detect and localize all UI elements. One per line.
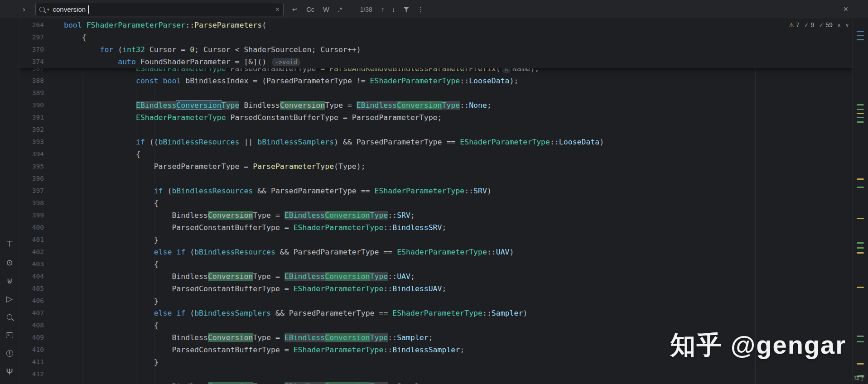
line-number[interactable]: 391 (19, 111, 64, 124)
stripe-mark-blue[interactable] (857, 39, 864, 40)
regex-toggle[interactable]: .* (338, 6, 342, 13)
close-search-icon[interactable]: × (843, 5, 848, 14)
resolved-count[interactable]: ✓ 59 (819, 21, 832, 29)
next-match-button[interactable]: ↓ (392, 5, 395, 13)
line-number[interactable]: 399 (19, 209, 64, 221)
code-line[interactable]: 400 ParsedConstantBufferType = EShaderPa… (19, 221, 853, 234)
match-case-toggle[interactable]: Cc (306, 6, 314, 13)
line-number[interactable]: 393 (19, 136, 64, 148)
code-line[interactable]: 388 const bool bBindlessIndex = (ParsedP… (19, 75, 853, 87)
code-line[interactable]: 393 if ((bBindlessResources || bBindless… (19, 136, 853, 148)
passed-count[interactable]: ✓ 9 (804, 21, 815, 29)
line-number[interactable]: 374 (19, 56, 64, 68)
line-number[interactable]: 403 (19, 258, 64, 270)
line-number[interactable]: 398 (19, 197, 64, 209)
stripe-mark-green[interactable] (857, 247, 864, 249)
sticky-line[interactable]: 374 auto FoundShaderParameter = [&]() ->… (19, 56, 853, 68)
stripe-mark-yellow[interactable] (857, 252, 864, 254)
line-number[interactable]: 392 (19, 124, 64, 136)
stripe-mark-green[interactable] (857, 117, 864, 118)
code-line[interactable]: 392 (19, 124, 853, 136)
search-icon[interactable] (4, 312, 15, 322)
line-number[interactable]: 370 (19, 43, 64, 56)
services-icon[interactable]: ⊎ (4, 275, 15, 286)
expand-replace-chevron-icon[interactable]: › (23, 5, 30, 14)
previous-problem-icon[interactable]: ∧ (837, 22, 841, 28)
line-number[interactable]: 402 (19, 246, 64, 258)
filter-icon[interactable] (403, 6, 409, 12)
code-line[interactable]: 390 EBindlessConversionType BindlessConv… (19, 99, 853, 111)
code-line[interactable]: 403 { (19, 258, 853, 270)
line-number[interactable]: 401 (19, 234, 64, 246)
line-number[interactable]: 397 (19, 185, 64, 197)
line-number[interactable]: 406 (19, 295, 64, 307)
newline-toggle[interactable]: ↵ (292, 6, 298, 13)
line-number[interactable]: 400 (19, 221, 64, 234)
code-line[interactable]: 402 else if (bBindlessResources && Parse… (19, 246, 853, 258)
line-number[interactable]: 412 (19, 368, 64, 380)
warnings-count[interactable]: ⚠ 7 (789, 21, 799, 29)
terminal-icon[interactable]: > (4, 330, 15, 341)
code-editor[interactable]: 387 EShaderParameterType ParsedParameter… (19, 19, 853, 384)
sticky-line[interactable]: 264bool FShaderParameterParser::ParsePar… (19, 19, 853, 31)
stripe-mark-green[interactable] (857, 187, 864, 188)
line-number[interactable]: 297 (19, 31, 64, 43)
line-number[interactable]: 396 (19, 173, 64, 185)
whole-words-toggle[interactable]: W (323, 6, 329, 13)
inspections-widget[interactable]: ⚠ 7 ✓ 9 ✓ 59 ∧ ∨ (789, 21, 849, 29)
code-line[interactable]: 396 (19, 173, 853, 185)
stripe-mark-yellow[interactable] (857, 287, 864, 288)
stripe-mark-green[interactable] (857, 109, 864, 110)
clear-search-icon[interactable]: × (275, 5, 280, 14)
sticky-line[interactable]: 370 for (int32 Cursor = 0; Cursor < Shad… (19, 43, 853, 56)
line-number[interactable]: 410 (19, 344, 64, 356)
search-query-text[interactable]: conversion (53, 5, 86, 13)
code-line[interactable]: 406 } (19, 295, 853, 307)
code-line[interactable]: 391 EShaderParameterType ParsedConstantB… (19, 111, 853, 124)
search-input[interactable]: ▾ conversion × (35, 3, 284, 16)
code-line[interactable]: 394 { (19, 148, 853, 160)
more-options-icon[interactable]: ⋮ (417, 5, 424, 14)
line-number[interactable]: 404 (19, 270, 64, 283)
problems-icon[interactable]: ! (4, 348, 15, 359)
code-line[interactable]: 407 else if (bBindlessSamplers && Parsed… (19, 307, 853, 319)
code-line[interactable]: 404 BindlessConversionType = EBindlessCo… (19, 270, 853, 283)
run-icon[interactable]: ▷ (4, 293, 15, 304)
stripe-mark-green[interactable] (857, 341, 864, 342)
line-number[interactable]: 409 (19, 331, 64, 344)
line-number[interactable]: 411 (19, 356, 64, 368)
code-line[interactable]: 389 (19, 87, 853, 99)
code-line[interactable]: 399 BindlessConversionType = EBindlessCo… (19, 209, 853, 221)
search-history-caret-icon[interactable]: ▾ (47, 7, 49, 12)
stripe-mark-blue[interactable] (857, 35, 864, 36)
previous-match-button[interactable]: ↑ (381, 5, 385, 13)
git-branch-icon[interactable]: Ψ (4, 366, 15, 377)
code-line[interactable]: 398 { (19, 197, 853, 209)
stripe-mark-yellow[interactable] (857, 178, 864, 180)
line-number[interactable]: 388 (19, 75, 64, 87)
code-line[interactable]: 413 BindlessConversionType = EBindlessCo… (19, 380, 853, 384)
code-line[interactable]: 405 ParsedConstantBufferType = EShaderPa… (19, 283, 853, 295)
code-line[interactable]: 395 ParsedParameterType = ParseParameter… (19, 160, 853, 173)
line-number[interactable]: 389 (19, 87, 64, 99)
stripe-mark-green[interactable] (857, 104, 864, 106)
stripe-mark-yellow[interactable] (857, 363, 864, 365)
code-line[interactable]: 397 if (bBindlessResources && ParsedPara… (19, 185, 853, 197)
line-number[interactable]: 394 (19, 148, 64, 160)
todo-icon[interactable]: ⊤ (4, 239, 15, 250)
code-line[interactable]: 401 } (19, 234, 853, 246)
line-number[interactable]: 390 (19, 99, 64, 111)
stripe-mark-green[interactable] (857, 121, 864, 123)
line-number[interactable]: 407 (19, 307, 64, 319)
line-number[interactable]: 405 (19, 283, 64, 295)
line-number[interactable]: 395 (19, 160, 64, 173)
sticky-line[interactable]: 297 { (19, 31, 853, 43)
stripe-mark-yellow[interactable] (857, 218, 864, 219)
commit-icon[interactable]: ⊙ (4, 257, 15, 268)
code-line[interactable]: 412 (19, 368, 853, 380)
line-number[interactable]: 408 (19, 319, 64, 331)
next-problem-icon[interactable]: ∨ (845, 22, 849, 28)
stripe-mark-green[interactable] (857, 336, 864, 337)
stripe-mark-green[interactable] (857, 242, 864, 244)
stripe-mark-yellow[interactable] (857, 113, 864, 114)
